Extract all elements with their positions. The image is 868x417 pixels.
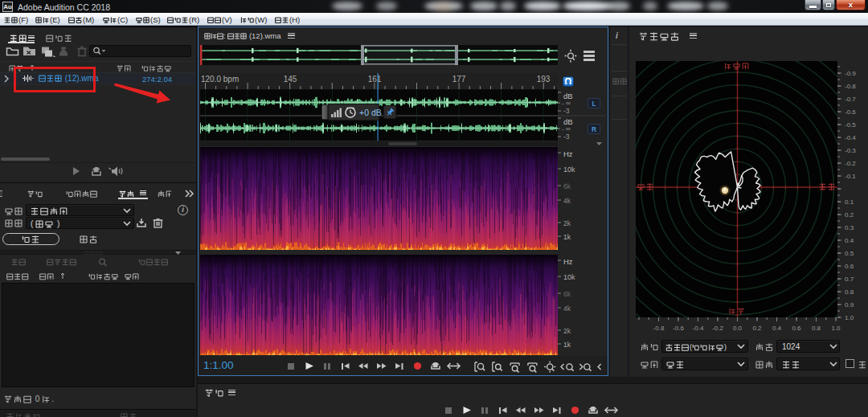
svg-text:-0.3: -0.3: [845, 147, 856, 154]
svg-text:0.4: 0.4: [772, 325, 782, 332]
svg-text:-0.8: -0.8: [845, 83, 856, 90]
svg-text:0.2: 0.2: [845, 211, 854, 219]
svg-text:0.5: 0.5: [845, 250, 854, 257]
svg-text:-0.1: -0.1: [845, 173, 856, 180]
svg-text:0.3: 0.3: [845, 224, 854, 231]
svg-text:0.8: 0.8: [812, 325, 821, 332]
svg-text:1.0: 1.0: [845, 314, 854, 321]
svg-text:0.0: 0.0: [733, 325, 743, 332]
svg-text:-0.7: -0.7: [845, 96, 856, 103]
svg-text:-0.4: -0.4: [693, 325, 704, 332]
svg-text:0.6: 0.6: [845, 263, 854, 270]
svg-text:-0.2: -0.2: [712, 325, 723, 332]
svg-text:-0.2: -0.2: [845, 160, 856, 167]
svg-text:0.4: 0.4: [845, 237, 854, 244]
svg-text:-0.9: -0.9: [845, 70, 856, 77]
svg-text:0.9: 0.9: [845, 301, 854, 309]
svg-text:0.6: 0.6: [792, 325, 801, 332]
svg-text:0.7: 0.7: [845, 276, 854, 283]
svg-text:0.2: 0.2: [752, 325, 762, 332]
svg-text:0.1: 0.1: [845, 198, 854, 206]
svg-text:-0.8: -0.8: [653, 325, 665, 332]
svg-text:1.0: 1.0: [831, 325, 841, 332]
svg-text:-0.6: -0.6: [673, 325, 684, 332]
svg-text:-0.5: -0.5: [845, 121, 856, 129]
svg-text:0.8: 0.8: [845, 288, 854, 296]
svg-text:-0.4: -0.4: [845, 134, 856, 141]
svg-text:-0.6: -0.6: [845, 108, 856, 116]
